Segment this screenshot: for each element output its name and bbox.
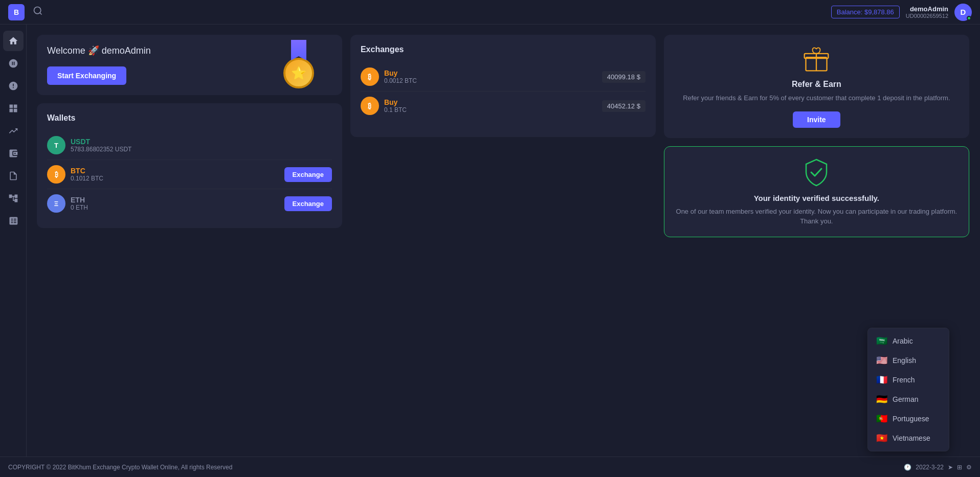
bottombar-right: 🕐 2022-3-22 ➤ ⊞ ⚙ [904, 464, 972, 471]
shield-icon [801, 157, 832, 188]
refer-desc: Refer your friends & Earn for 5% of ever… [674, 93, 959, 103]
btc-name: BTC [71, 167, 279, 175]
exchange-amount-1: 0.0012 BTC [384, 77, 597, 84]
start-exchanging-button[interactable]: Start Exchanging [47, 66, 126, 85]
exchanges-title: Exchanges [361, 45, 645, 54]
btc-icon: ₿ [47, 165, 65, 184]
lang-french[interactable]: 🇫🇷 French [868, 370, 949, 390]
usdt-name: USDT [71, 138, 332, 146]
wallets-card: Wallets T USDT 5783.86802352 USDT ₿ BTC [37, 103, 342, 228]
sidebar-item-home[interactable] [3, 31, 24, 51]
sidebar-item-table[interactable] [3, 211, 24, 231]
lang-english[interactable]: 🇺🇸 English [868, 351, 949, 370]
english-flag: 🇺🇸 [876, 355, 887, 366]
list-item: ₿ Buy 0.1 BTC 40452.12 $ [361, 92, 645, 120]
arabic-label: Arabic [893, 337, 913, 345]
eth-info: ETH 0 ETH [71, 196, 279, 211]
lang-vietnamese[interactable]: 🇻🇳 Vietnamese [868, 428, 949, 448]
exchange-info-2: Buy 0.1 BTC [384, 98, 597, 113]
sidebar-item-finance[interactable] [3, 76, 24, 96]
layout: Welcome 🚀 demoAdmin ⭐ Start Exchanging W… [0, 25, 980, 457]
balance-badge: Balance: $9,878.86 [831, 6, 900, 18]
content-area: Welcome 🚀 demoAdmin ⭐ Start Exchanging W… [37, 35, 970, 237]
clock-icon: 🕐 [904, 464, 911, 471]
copyright-text: COPYRIGHT © 2022 BitKhum Exchange Crypto… [8, 464, 232, 471]
btc-balance: 0.1012 BTC [71, 175, 279, 182]
sidebar-item-dashboard[interactable] [3, 98, 24, 119]
sidebar [0, 25, 27, 457]
german-label: German [893, 395, 919, 403]
refer-earn-card: Refer & Earn Refer your friends & Earn f… [664, 35, 969, 138]
list-item: T USDT 5783.86802352 USDT [47, 131, 332, 160]
user-id: UD00002659512 [906, 13, 948, 19]
eth-balance: 0 ETH [71, 204, 279, 211]
sidebar-item-reports[interactable] [3, 166, 24, 186]
identity-title: Your identity verified successfully. [675, 194, 959, 202]
german-flag: 🇩🇪 [876, 394, 887, 405]
main-content: Welcome 🚀 demoAdmin ⭐ Start Exchanging W… [27, 25, 980, 457]
btc-exchange-icon: ₿ [361, 67, 379, 86]
col-left: Welcome 🚀 demoAdmin ⭐ Start Exchanging W… [37, 35, 342, 237]
vietnamese-label: Vietnamese [893, 434, 930, 442]
btc-info: BTC 0.1012 BTC [71, 167, 279, 182]
exchange-price-2: 40452.12 $ [602, 100, 645, 112]
medal-decoration: ⭐ [276, 40, 322, 95]
expand-icon[interactable]: ➤ [948, 464, 953, 471]
exchange-type-1: Buy [384, 69, 597, 77]
usdt-icon: T [47, 136, 65, 154]
english-label: English [893, 356, 916, 365]
btc-exchange-icon-2: ₿ [361, 97, 379, 115]
user-info: demoAdmin UD00002659512 [906, 5, 948, 19]
refer-title: Refer & Earn [674, 80, 959, 89]
exchange-type-2: Buy [384, 98, 597, 106]
col-mid: Exchanges ₿ Buy 0.0012 BTC 40099.18 $ ₿ … [350, 35, 656, 237]
search-button[interactable] [33, 6, 43, 18]
language-dropdown: 🇸🇦 Arabic 🇺🇸 English 🇫🇷 French 🇩🇪 German… [867, 328, 949, 451]
monitor-icon[interactable]: ⊞ [957, 464, 962, 471]
french-label: French [893, 376, 915, 384]
avatar-letter: D [961, 8, 966, 16]
date-text: 2022-3-22 [916, 464, 944, 471]
topnav-right: Balance: $9,878.86 demoAdmin UD000026595… [831, 4, 972, 21]
sidebar-item-charts[interactable] [3, 121, 24, 141]
sidebar-item-network[interactable] [3, 188, 24, 209]
lang-arabic[interactable]: 🇸🇦 Arabic [868, 331, 949, 351]
french-flag: 🇫🇷 [876, 374, 887, 385]
list-item: ₿ Buy 0.0012 BTC 40099.18 $ [361, 62, 645, 92]
wallets-title: Wallets [47, 113, 332, 123]
lang-portuguese[interactable]: 🇵🇹 Portuguese [868, 409, 949, 428]
btc-exchange-button[interactable]: Exchange [284, 167, 332, 182]
sidebar-item-wallets[interactable] [3, 143, 24, 164]
svg-point-0 [34, 7, 41, 14]
welcome-username: demoAdmin [102, 46, 151, 56]
avatar[interactable]: D [954, 4, 972, 21]
portuguese-flag: 🇵🇹 [876, 413, 887, 424]
arabic-flag: 🇸🇦 [876, 335, 887, 347]
welcome-prefix: Welcome 🚀 [47, 46, 99, 56]
svg-line-1 [40, 13, 42, 15]
portuguese-label: Portuguese [893, 415, 929, 423]
medal-ribbon [291, 40, 306, 60]
eth-name: ETH [71, 196, 279, 204]
topnav-left: B [8, 4, 43, 20]
logo: B [8, 4, 25, 20]
exchange-amount-2: 0.1 BTC [384, 106, 597, 113]
username: demoAdmin [910, 5, 948, 13]
medal-circle: ⭐ [283, 58, 314, 88]
online-indicator [967, 16, 971, 20]
eth-exchange-button[interactable]: Exchange [284, 196, 332, 211]
identity-desc: One of our team members verified your id… [675, 207, 959, 226]
bottombar: COPYRIGHT © 2022 BitKhum Exchange Crypto… [0, 457, 980, 477]
list-item: Ξ ETH 0 ETH Exchange [47, 189, 332, 218]
settings-icon[interactable]: ⚙ [966, 464, 972, 471]
exchanges-card: Exchanges ₿ Buy 0.0012 BTC 40099.18 $ ₿ … [350, 35, 656, 137]
topnav: B Balance: $9,878.86 demoAdmin UD0000265… [0, 0, 980, 25]
eth-icon: Ξ [47, 194, 65, 213]
identity-card: Your identity verified successfully. One… [664, 146, 969, 237]
vietnamese-flag: 🇻🇳 [876, 433, 887, 444]
list-item: ₿ BTC 0.1012 BTC Exchange [47, 160, 332, 189]
sidebar-item-exchange[interactable] [3, 53, 24, 74]
invite-button[interactable]: Invite [793, 111, 840, 128]
welcome-card: Welcome 🚀 demoAdmin ⭐ Start Exchanging [37, 35, 342, 95]
lang-german[interactable]: 🇩🇪 German [868, 390, 949, 409]
